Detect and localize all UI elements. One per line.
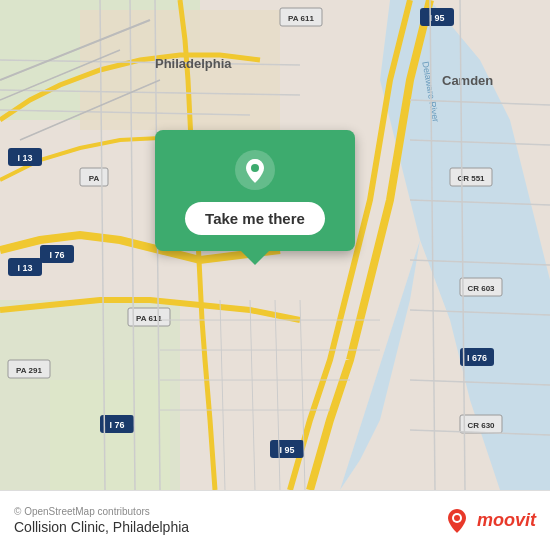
location-name: Collision Clinic, Philadelphia [14, 519, 189, 535]
svg-text:Camden: Camden [442, 73, 493, 88]
svg-rect-5 [50, 380, 170, 490]
svg-text:PA 611: PA 611 [288, 14, 314, 23]
moovit-brand-text: moovit [477, 510, 536, 531]
take-me-there-button[interactable]: Take me there [185, 202, 325, 235]
svg-text:I 676: I 676 [467, 353, 487, 363]
svg-text:Philadelphia: Philadelphia [155, 56, 232, 71]
svg-point-66 [251, 164, 259, 172]
svg-text:PA 291: PA 291 [16, 366, 42, 375]
moovit-logo: moovit [443, 507, 536, 535]
bottom-bar: © OpenStreetMap contributors Collision C… [0, 490, 550, 550]
location-pin-icon [233, 148, 277, 192]
svg-point-68 [454, 515, 460, 521]
svg-text:I 13: I 13 [17, 153, 32, 163]
map-container: I 76 I 95 I 95 I 76 PA PA 291 PA 611 PA … [0, 0, 550, 490]
svg-text:PA: PA [89, 174, 100, 183]
svg-text:CR 603: CR 603 [467, 284, 495, 293]
svg-text:I 95: I 95 [429, 13, 444, 23]
location-popup: Take me there [155, 130, 355, 251]
svg-text:I 76: I 76 [109, 420, 124, 430]
svg-text:CR 630: CR 630 [467, 421, 495, 430]
svg-text:I 95: I 95 [279, 445, 294, 455]
svg-text:I 76: I 76 [49, 250, 64, 260]
moovit-pin-icon [443, 507, 471, 535]
map-attribution: © OpenStreetMap contributors [14, 506, 189, 517]
location-info: © OpenStreetMap contributors Collision C… [14, 506, 189, 535]
svg-text:I 13: I 13 [17, 263, 32, 273]
